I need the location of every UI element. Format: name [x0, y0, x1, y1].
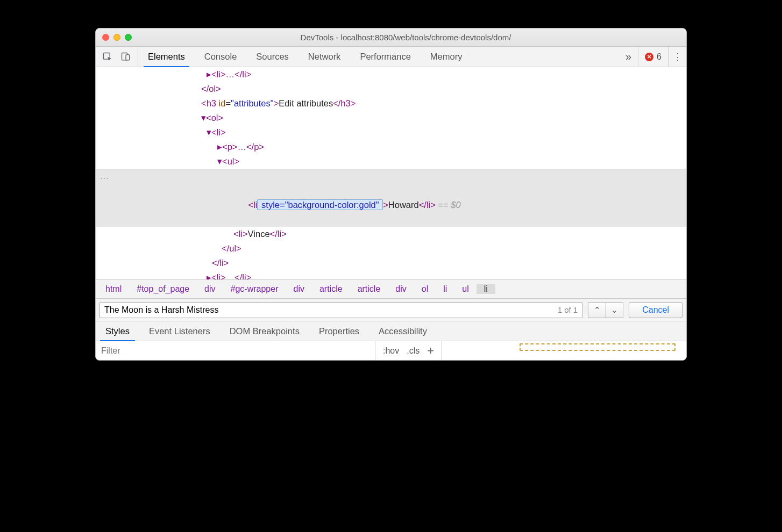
subtab-styles[interactable]: Styles: [96, 321, 139, 341]
element-preview: [442, 341, 686, 360]
error-count: 6: [657, 52, 662, 62]
find-in-dom-bar: 1 of 1 ⌃ ⌄ Cancel: [96, 298, 686, 321]
search-nav-buttons: ⌃ ⌄: [588, 302, 623, 318]
close-window-button[interactable]: [102, 34, 109, 41]
search-field-wrapper: 1 of 1: [99, 302, 582, 318]
search-input[interactable]: [104, 305, 554, 315]
dom-node-selected[interactable]: ... <li style="background-color:gold" >H…: [96, 169, 686, 227]
dom-node-li-collapsed-2[interactable]: ▸<li>…</li>: [112, 272, 251, 279]
toggle-hov[interactable]: :hov: [383, 346, 399, 356]
overflow-ellipsis[interactable]: ...: [100, 169, 109, 183]
tab-console[interactable]: Console: [195, 47, 247, 67]
crumb-gc-wrapper[interactable]: #gc-wrapper: [223, 284, 286, 294]
cancel-button[interactable]: Cancel: [629, 302, 683, 318]
panel-tabs: Elements Console Sources Network Perform…: [138, 47, 619, 67]
dom-node-li-collapsed[interactable]: ▸<li>…</li>: [207, 69, 251, 79]
style-toggles: :hov .cls +: [375, 341, 442, 360]
window-controls: [102, 34, 132, 41]
dom-node-p-collapsed[interactable]: ▸<p>…</p>: [112, 142, 264, 152]
console-error-badge[interactable]: 6: [638, 47, 668, 67]
device-toolbar-icon[interactable]: [120, 52, 131, 62]
dom-node-ul-close: </ul>: [112, 243, 241, 253]
crumb-div-2[interactable]: div: [286, 284, 312, 294]
crumb-div-1[interactable]: div: [197, 284, 223, 294]
dom-node-li-open[interactable]: ▾<li>: [112, 127, 226, 137]
add-style-rule-button[interactable]: +: [427, 344, 434, 358]
edited-attribute[interactable]: style="background-color:gold": [257, 199, 383, 210]
crumb-article-1[interactable]: article: [312, 284, 350, 294]
crumb-li-1[interactable]: li: [436, 284, 454, 294]
tab-network[interactable]: Network: [298, 47, 351, 67]
crumb-ol[interactable]: ol: [414, 284, 436, 294]
maximize-window-button[interactable]: [125, 34, 132, 41]
inspect-element-icon[interactable]: [102, 52, 113, 62]
dom-node-ol-close: </ol>: [112, 84, 221, 94]
search-next-button[interactable]: ⌄: [606, 303, 623, 318]
crumb-top-of-page[interactable]: #top_of_page: [129, 284, 197, 294]
tab-sources[interactable]: Sources: [246, 47, 298, 67]
tab-memory[interactable]: Memory: [421, 47, 472, 67]
window-title: DevTools - localhost:8080/web/tools/chro…: [132, 33, 680, 42]
crumb-div-3[interactable]: div: [388, 284, 414, 294]
toolbar-left-tools: [96, 47, 138, 67]
dom-node-ul-open[interactable]: ▾<ul>: [112, 156, 239, 166]
tab-elements[interactable]: Elements: [138, 47, 195, 67]
svg-rect-2: [126, 54, 130, 60]
styles-filter-wrapper: [96, 341, 375, 360]
search-prev-button[interactable]: ⌃: [588, 303, 606, 318]
subtab-properties[interactable]: Properties: [309, 321, 369, 341]
titlebar: DevTools - localhost:8080/web/tools/chro…: [96, 28, 686, 47]
dom-breadcrumb: html #top_of_page div #gc-wrapper div ar…: [96, 279, 686, 298]
crumb-li-selected[interactable]: li: [477, 284, 495, 294]
dom-node-ol-open[interactable]: ▾<ol>: [112, 113, 223, 123]
tab-performance[interactable]: Performance: [350, 47, 420, 67]
main-menu-button[interactable]: ⋮: [668, 47, 686, 67]
subtab-dom-breakpoints[interactable]: DOM Breakpoints: [220, 321, 309, 341]
styles-filter-row: :hov .cls +: [96, 341, 686, 360]
dom-node-li-close: </li>: [112, 258, 229, 268]
dom-node-li-vince[interactable]: <li>Vince</li>: [96, 227, 686, 241]
devtools-window: DevTools - localhost:8080/web/tools/chro…: [95, 28, 687, 361]
styles-subtabs: Styles Event Listeners DOM Breakpoints P…: [96, 321, 686, 341]
console-reference: == $0: [436, 200, 461, 210]
subtab-event-listeners[interactable]: Event Listeners: [139, 321, 220, 341]
main-toolbar: Elements Console Sources Network Perform…: [96, 47, 686, 67]
dom-tree-panel[interactable]: ▸<li>…</li> </ol> <h3 id="attributes">Ed…: [96, 67, 686, 279]
crumb-html[interactable]: html: [98, 284, 129, 294]
minimize-window-button[interactable]: [113, 34, 120, 41]
subtab-accessibility[interactable]: Accessibility: [369, 321, 437, 341]
box-model-swatch: [520, 343, 676, 351]
crumb-article-2[interactable]: article: [350, 284, 388, 294]
tabs-overflow-button[interactable]: »: [619, 47, 638, 67]
dom-node-h3[interactable]: <h3 id="attributes">Edit attributes</h3>: [96, 96, 686, 111]
crumb-ul[interactable]: ul: [454, 284, 476, 294]
error-icon: [645, 53, 653, 61]
search-result-count: 1 of 1: [554, 305, 578, 314]
styles-filter-input[interactable]: [101, 346, 369, 356]
toggle-cls[interactable]: .cls: [407, 346, 420, 356]
